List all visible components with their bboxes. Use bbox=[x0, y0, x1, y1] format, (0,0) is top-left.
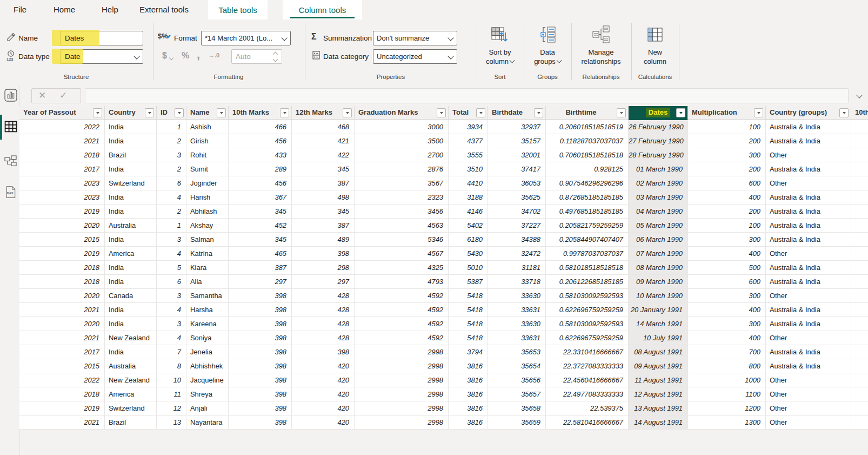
table-cell[interactable]: 398 bbox=[229, 289, 292, 303]
table-cell[interactable]: 33630 bbox=[488, 317, 546, 331]
table-cell[interactable]: Jenelia bbox=[186, 345, 229, 359]
table-cell[interactable]: 800 bbox=[688, 359, 766, 373]
table-cell[interactable]: Switzerland bbox=[105, 176, 157, 190]
table-cell[interactable]: 2998 bbox=[355, 387, 449, 401]
table-cell[interactable]: 2019 bbox=[19, 205, 105, 219]
table-cell[interactable]: 22.3727083333333 bbox=[546, 359, 629, 373]
table-cell[interactable]: 398 bbox=[229, 345, 292, 359]
table-cell[interactable]: 4592 bbox=[355, 317, 449, 331]
table-cell[interactable]: Other bbox=[766, 176, 851, 190]
table-cell[interactable]: 2015 bbox=[19, 233, 105, 247]
expand-formula-bar-icon[interactable] bbox=[856, 92, 862, 98]
table-cell[interactable]: 6 bbox=[157, 176, 186, 190]
dax-query-view-icon[interactable]: DAX bbox=[4, 186, 17, 199]
table-cell[interactable]: 0.99787037037037 bbox=[546, 247, 629, 261]
column-header-12th-marks[interactable]: 12th Marks bbox=[292, 106, 355, 120]
table-cell[interactable]: Other bbox=[766, 401, 851, 416]
table-cell[interactable]: 600 bbox=[688, 275, 766, 289]
table-cell[interactable]: 12 bbox=[157, 401, 186, 416]
column-header-10th-marks[interactable]: 10th Marks bbox=[229, 106, 292, 120]
table-cell[interactable]: Australia & India bbox=[766, 219, 851, 233]
table-cell[interactable]: 387 bbox=[229, 261, 292, 275]
table-cell[interactable]: 5010 bbox=[449, 261, 488, 275]
table-cell[interactable]: 02 March 1990 bbox=[629, 176, 688, 190]
table-cell[interactable]: 1200 bbox=[688, 401, 766, 416]
table-cell[interactable]: 400 bbox=[688, 331, 766, 345]
table-cell[interactable]: 3510 bbox=[449, 162, 488, 176]
table-cell[interactable]: 08 March 1990 bbox=[629, 261, 688, 275]
table-cell[interactable]: 5430 bbox=[449, 247, 488, 261]
table-cell[interactable]: 35653 bbox=[488, 345, 546, 359]
table-cell[interactable] bbox=[851, 359, 868, 373]
table-cell[interactable]: 2021 bbox=[19, 416, 105, 430]
table-cell[interactable]: 0.928125 bbox=[546, 162, 629, 176]
table-cell[interactable]: 35657 bbox=[488, 387, 546, 401]
table-cell[interactable]: 3188 bbox=[449, 190, 488, 205]
table-cell[interactable] bbox=[851, 120, 868, 134]
table-cell[interactable]: 420 bbox=[292, 401, 355, 416]
table-cell[interactable]: Rohit bbox=[186, 148, 229, 162]
table-cell[interactable]: 01 March 1990 bbox=[629, 162, 688, 176]
table-cell[interactable]: 428 bbox=[292, 303, 355, 317]
table-cell[interactable]: 0.497685185185185 bbox=[546, 205, 629, 219]
table-cell[interactable]: New Zealand bbox=[105, 331, 157, 345]
table-cell[interactable]: Jacqueline bbox=[186, 373, 229, 387]
table-cell[interactable]: 398 bbox=[229, 317, 292, 331]
table-cell[interactable]: Brazil bbox=[105, 416, 157, 430]
table-cell[interactable]: 387 bbox=[292, 219, 355, 233]
table-cell[interactable]: 428 bbox=[292, 289, 355, 303]
table-cell[interactable] bbox=[851, 373, 868, 387]
table-cell[interactable]: 37417 bbox=[488, 162, 546, 176]
table-cell[interactable]: 345 bbox=[292, 205, 355, 219]
table-cell[interactable]: India bbox=[105, 345, 157, 359]
table-cell[interactable]: 2018 bbox=[19, 148, 105, 162]
table-cell[interactable]: Australia & India bbox=[766, 261, 851, 275]
table-cell[interactable]: 3000 bbox=[355, 120, 449, 134]
table-cell[interactable]: 36053 bbox=[488, 176, 546, 190]
percent-icon[interactable]: % bbox=[182, 51, 189, 61]
table-cell[interactable]: 8 bbox=[157, 359, 186, 373]
table-cell[interactable]: Soniya bbox=[186, 331, 229, 345]
table-cell[interactable]: 5418 bbox=[449, 317, 488, 331]
table-cell[interactable]: 1 bbox=[157, 219, 186, 233]
table-cell[interactable]: 34702 bbox=[488, 205, 546, 219]
table-cell[interactable]: 2 bbox=[157, 205, 186, 219]
table-cell[interactable]: 398 bbox=[229, 359, 292, 373]
table-cell[interactable]: 0.872685185185185 bbox=[546, 190, 629, 205]
filter-dropdown-icon[interactable] bbox=[217, 108, 226, 117]
table-cell[interactable]: 0.622696759259259 bbox=[546, 331, 629, 345]
table-cell[interactable]: 09 August 1991 bbox=[629, 359, 688, 373]
table-cell[interactable]: Australia & India bbox=[766, 345, 851, 359]
table-cell[interactable]: Australia bbox=[105, 219, 157, 233]
table-cell[interactable]: 428 bbox=[292, 317, 355, 331]
table-cell[interactable]: 03 March 1990 bbox=[629, 190, 688, 205]
table-cell[interactable]: 32472 bbox=[488, 247, 546, 261]
table-cell[interactable]: 0.622696759259259 bbox=[546, 303, 629, 317]
table-cell[interactable]: 3794 bbox=[449, 345, 488, 359]
menu-help[interactable]: Help bbox=[102, 0, 118, 19]
table-cell[interactable]: 2876 bbox=[355, 162, 449, 176]
table-cell[interactable]: Australia & India bbox=[766, 275, 851, 289]
tab-column-tools[interactable]: Column tools bbox=[283, 0, 362, 19]
table-cell[interactable]: 420 bbox=[292, 387, 355, 401]
table-cell[interactable]: New Zealand bbox=[105, 373, 157, 387]
column-header-multiplication[interactable]: Multiplication bbox=[688, 106, 766, 120]
table-cell[interactable]: 5346 bbox=[355, 233, 449, 247]
table-cell[interactable] bbox=[851, 345, 868, 359]
column-header-id[interactable]: ID bbox=[157, 106, 186, 120]
table-cell[interactable]: 500 bbox=[688, 261, 766, 275]
table-cell[interactable]: 3456 bbox=[355, 205, 449, 219]
column-header-country[interactable]: Country bbox=[105, 106, 157, 120]
table-cell[interactable]: 400 bbox=[688, 303, 766, 317]
table-cell[interactable]: 2015 bbox=[19, 359, 105, 373]
table-cell[interactable]: Akshay bbox=[186, 219, 229, 233]
table-cell[interactable]: 298 bbox=[292, 261, 355, 275]
table-cell[interactable]: 398 bbox=[229, 387, 292, 401]
table-cell[interactable]: Sumit bbox=[186, 162, 229, 176]
table-cell[interactable]: 11 August 1991 bbox=[629, 373, 688, 387]
table-cell[interactable]: 100 bbox=[688, 219, 766, 233]
table-cell[interactable]: 2021 bbox=[19, 303, 105, 317]
table-cell[interactable]: 6180 bbox=[449, 233, 488, 247]
filter-dropdown-icon[interactable] bbox=[476, 108, 485, 117]
table-cell[interactable]: Other bbox=[766, 373, 851, 387]
